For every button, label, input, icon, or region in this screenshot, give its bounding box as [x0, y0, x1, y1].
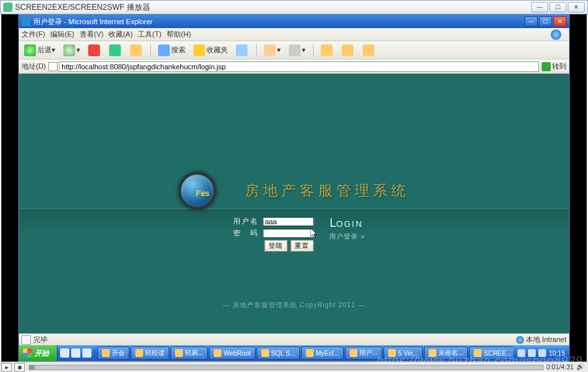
reset-button[interactable]: 重置: [290, 240, 314, 252]
start-button[interactable]: 开始: [19, 345, 57, 361]
status-page-icon: [22, 335, 31, 345]
go-label: 转到: [552, 61, 566, 71]
player-play-button[interactable]: ▸: [1, 363, 12, 372]
taskbar-task-button[interactable]: SQL S...: [257, 347, 300, 360]
taskbar-task-button[interactable]: 5 Vin...: [384, 347, 423, 360]
password-input[interactable]: [263, 229, 314, 238]
menu-favorites[interactable]: 收藏(A): [108, 29, 133, 39]
quicklaunch-icon[interactable]: [71, 348, 80, 358]
taskbar-task-button[interactable]: 轻松读: [131, 347, 169, 360]
task-app-icon: [306, 349, 314, 357]
task-label: SQL S...: [271, 350, 295, 357]
task-app-icon: [429, 349, 436, 357]
tray-icon[interactable]: [517, 349, 525, 357]
home-button[interactable]: [127, 43, 146, 58]
ie-window-title: 用户登录 - Microsoft Internet Explorer: [33, 17, 153, 27]
login-button[interactable]: 登陆: [264, 240, 287, 252]
quicklaunch-icon[interactable]: [82, 348, 91, 358]
menu-file[interactable]: 文件(F): [22, 29, 45, 39]
back-button[interactable]: 后退 ▾: [22, 43, 58, 58]
menu-edit[interactable]: 编辑(E): [50, 29, 74, 39]
task-label: 5 Vin...: [398, 350, 418, 357]
task-label: 轻易...: [185, 348, 203, 358]
volume-icon[interactable]: 🔊: [576, 363, 585, 372]
stop-icon: [88, 44, 100, 56]
taskbar-task-button[interactable]: 开会: [97, 347, 129, 360]
address-label: 地址(D): [22, 61, 46, 71]
folder-button-1[interactable]: [318, 43, 336, 58]
folder-button-3[interactable]: [360, 43, 378, 58]
menu-view[interactable]: 查看(V): [80, 29, 104, 39]
taskbar-task-button[interactable]: 用户...: [345, 347, 382, 360]
player-progress[interactable]: [29, 365, 544, 370]
task-label: SCREE...: [483, 350, 512, 357]
history-icon: [236, 44, 248, 56]
favorites-label: 收藏夹: [206, 45, 228, 55]
player-stop-button[interactable]: ■: [14, 363, 25, 372]
tray-clock: 10:15: [549, 350, 565, 357]
taskbar-task-button[interactable]: SCREE...: [469, 347, 513, 360]
task-label: WebRoot: [223, 350, 251, 357]
forward-button[interactable]: ▾: [61, 43, 83, 58]
ie-throbber-icon: [551, 29, 561, 40]
zone-label: 本地 Intranet: [526, 335, 566, 345]
search-label: 搜索: [171, 45, 186, 55]
task-app-icon: [175, 349, 183, 357]
search-button[interactable]: 搜索: [155, 43, 188, 58]
page-footer: — 房地产客服管理系统 CopyRight 2011 —: [19, 301, 569, 310]
favorites-button[interactable]: 收藏夹: [191, 43, 231, 58]
security-zone: 本地 Intranet: [516, 335, 566, 345]
toolbar-separator: [150, 44, 151, 57]
quicklaunch-icon[interactable]: [60, 348, 69, 358]
minimize-button[interactable]: —: [531, 2, 548, 12]
ie-maximize-button[interactable]: ☐: [539, 16, 552, 27]
taskbar-task-button[interactable]: 轻易...: [171, 347, 208, 360]
player-title: SCREEN2EXE/SCREEN2SWF 播放器: [15, 2, 150, 13]
username-input[interactable]: [263, 217, 314, 226]
maximize-button[interactable]: ☐: [549, 2, 566, 12]
task-app-icon: [474, 349, 482, 357]
folder-button-2[interactable]: [339, 43, 357, 58]
back-icon: [24, 44, 36, 56]
username-label: 用户名: [233, 216, 259, 226]
menu-help[interactable]: 帮助(H): [167, 29, 191, 39]
refresh-icon: [109, 44, 121, 56]
task-app-icon: [214, 349, 221, 357]
password-label: 密 码: [233, 228, 259, 238]
stop-button[interactable]: [86, 43, 104, 58]
ie-close-button[interactable]: ✕: [553, 16, 566, 27]
tray-icon[interactable]: [538, 349, 546, 357]
task-label: MyEcl...: [316, 350, 339, 357]
menu-tools[interactable]: 工具(T): [138, 29, 161, 39]
system-title: 房地产客服管理系统: [245, 181, 410, 201]
star-icon: [193, 44, 205, 56]
status-text: 完毕: [33, 335, 48, 345]
history-button[interactable]: [233, 43, 252, 58]
folder-icon: [342, 44, 353, 56]
folder-icon: [321, 44, 333, 56]
app-icon: [3, 3, 12, 12]
task-label: 用户...: [359, 348, 378, 358]
search-icon: [158, 44, 170, 56]
taskbar-task-button[interactable]: 未命名...: [424, 347, 468, 360]
task-app-icon: [388, 349, 396, 357]
ie-minimize-button[interactable]: —: [525, 16, 538, 27]
task-app-icon: [135, 349, 143, 357]
task-label: 未命名...: [438, 348, 463, 358]
home-icon: [130, 44, 142, 56]
task-label: 轻松读: [145, 348, 165, 358]
page-icon: [48, 62, 57, 71]
taskbar-task-button[interactable]: MyEcl...: [301, 347, 344, 360]
mail-icon: [264, 44, 276, 56]
go-button[interactable]: 转到: [542, 61, 566, 71]
windows-icon: [23, 348, 32, 358]
tray-icon[interactable]: [528, 349, 536, 357]
mail-button[interactable]: ▾: [261, 43, 284, 58]
refresh-button[interactable]: [106, 43, 125, 58]
close-button[interactable]: ✕: [568, 2, 585, 12]
taskbar-task-button[interactable]: WebRoot: [209, 347, 255, 360]
address-input[interactable]: [59, 61, 539, 72]
task-app-icon: [350, 349, 357, 357]
login-heading: LOGIN: [329, 216, 365, 230]
print-button[interactable]: ▾: [286, 43, 308, 58]
